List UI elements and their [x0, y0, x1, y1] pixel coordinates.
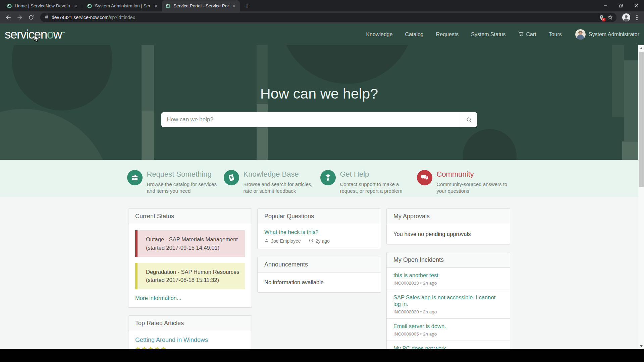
browser-profile-avatar[interactable]	[622, 13, 631, 22]
question-age: 2y ago	[316, 238, 330, 244]
feature-title: Community	[437, 170, 512, 179]
tab-system-administration[interactable]: System Administration | ServiceN ×	[84, 0, 161, 11]
hero-section: How can we help?	[0, 45, 638, 160]
incident-row: SAP Sales app is not accessible. I canno…	[387, 290, 510, 318]
tab-separator	[82, 3, 82, 9]
back-button[interactable]	[3, 12, 13, 22]
briefcase-icon	[127, 170, 143, 185]
feature-band: Request Something Browse the catalog for…	[0, 160, 638, 197]
scrollbar-thumb[interactable]	[639, 52, 644, 187]
incident-row: Email server is down. INC0009005 • 2h ag…	[387, 318, 510, 341]
incident-link[interactable]: SAP Sales app is not accessible. I canno…	[393, 294, 503, 307]
card-header: My Open Incidents	[387, 252, 510, 268]
question-link[interactable]: What the heck is this?	[264, 229, 318, 235]
browser-menu-button[interactable]	[633, 13, 641, 22]
feature-title: Knowledge Base	[244, 170, 318, 179]
status-alert-degradation: Degradation - SAP Human Resources (start…	[135, 263, 245, 290]
location-blocked-icon[interactable]: ×	[597, 13, 606, 22]
article-link[interactable]: Getting Around in Windows	[135, 337, 208, 344]
empty-message: No information available	[264, 279, 324, 285]
incident-meta: INC0002020 • 2h ago	[393, 309, 503, 314]
person-icon	[320, 170, 336, 185]
nav-catalog[interactable]: Catalog	[405, 32, 424, 38]
search-input[interactable]	[161, 112, 461, 127]
nav-knowledge[interactable]: Knowledge	[366, 32, 392, 38]
card-header: Current Status	[128, 209, 252, 224]
tab-close-icon[interactable]: ×	[73, 3, 78, 9]
nav-tours[interactable]: Tours	[549, 32, 562, 38]
portal-content: Current Status Outage - SAP Materials Ma…	[0, 197, 638, 349]
url-host: dev74321.service-now.com	[52, 15, 109, 20]
middle-column: Popular Questions What the heck is this?…	[257, 208, 381, 300]
feature-title: Get Help	[340, 170, 415, 179]
tab-close-icon[interactable]: ×	[153, 3, 159, 9]
feature-knowledge-base[interactable]: Knowledge Base Browse and search for art…	[224, 170, 318, 197]
feature-description: Contact support to make a request, or re…	[340, 181, 415, 194]
servicenow-favicon-icon	[87, 3, 92, 9]
my-open-incidents-card: My Open Incidents this is another test I…	[386, 252, 510, 362]
servicenow-favicon-icon	[7, 3, 12, 9]
hero-decoration	[280, 45, 414, 84]
incident-meta: INC0002013 • 2h ago	[393, 281, 503, 286]
blocked-badge: ×	[602, 18, 605, 21]
hero-decoration	[142, 111, 154, 160]
forward-button[interactable]	[15, 12, 25, 22]
nav-requests[interactable]: Requests	[436, 32, 459, 38]
bookmark-star-icon[interactable]	[606, 13, 614, 22]
scrollbar-down-arrow[interactable]	[638, 343, 644, 349]
nav-cart[interactable]: Cart	[518, 31, 536, 38]
reload-button[interactable]	[26, 12, 36, 22]
tab-title: Service Portal - Service Portal	[173, 3, 229, 8]
feature-get-help[interactable]: Get Help Contact support to make a reque…	[320, 170, 415, 197]
url-bar[interactable]: dev74321.service-now.com/sp?id=index ×	[40, 13, 616, 22]
incident-meta: INC0009005 • 2h ago	[393, 331, 503, 337]
feature-description: Community-sourced answers to your questi…	[437, 181, 512, 194]
card-header: Top Rated Articles	[128, 316, 252, 331]
page-scrollbar	[638, 45, 644, 349]
portal-nav: Knowledge Catalog Requests System Status…	[366, 29, 639, 40]
chat-icon	[417, 170, 432, 185]
feature-description: Browse the catalog for services and item…	[147, 181, 222, 194]
portal-header: servicenow™ Knowledge Catalog Requests S…	[0, 23, 644, 45]
feature-request-something[interactable]: Request Something Browse the catalog for…	[127, 170, 222, 197]
user-menu[interactable]: System Administrator	[575, 29, 639, 40]
status-alert-outage: Outage - SAP Materials Management (start…	[135, 230, 245, 257]
window-close-button[interactable]	[629, 0, 644, 11]
nav-system-status[interactable]: System Status	[471, 32, 505, 38]
card-header: My Approvals	[387, 209, 510, 224]
trademark-symbol: ™	[62, 31, 65, 35]
tab-close-icon[interactable]: ×	[231, 3, 237, 9]
incident-link[interactable]: Email server is down.	[393, 323, 503, 329]
left-column: Current Status Outage - SAP Materials Ma…	[128, 208, 252, 362]
browser-toolbar: dev74321.service-now.com/sp?id=index ×	[0, 11, 644, 23]
hero-decoration	[0, 109, 111, 160]
feature-description: Browse and search for articles, rate or …	[244, 181, 318, 194]
more-information-link[interactable]: More information...	[135, 295, 181, 301]
window-minimize-button[interactable]	[598, 0, 613, 11]
hero-title: How can we help?	[0, 85, 638, 102]
hero-decoration	[622, 141, 638, 160]
incident-row: this is another test INC0002013 • 2h ago	[387, 268, 510, 290]
tab-title: Home | ServiceNow Developers	[15, 3, 70, 8]
hero-decoration	[612, 45, 624, 117]
bottom-black-bar	[0, 349, 644, 362]
user-name: System Administrator	[589, 32, 639, 38]
servicenow-logo[interactable]: servicenow™	[5, 27, 65, 42]
url-path: /sp?id=index	[109, 15, 135, 20]
tab-title: System Administration | ServiceN	[95, 3, 150, 8]
browser-tab-strip: Home | ServiceNow Developers × System Ad…	[0, 0, 644, 11]
window-restore-button[interactable]	[613, 0, 629, 11]
scrollbar-up-arrow[interactable]	[638, 45, 644, 51]
card-header: Popular Questions	[258, 209, 381, 224]
incident-link[interactable]: this is another test	[393, 272, 503, 279]
feature-title: Request Something	[147, 170, 222, 179]
right-column: My Approvals You have no pending approva…	[386, 208, 510, 362]
clock-icon	[309, 238, 313, 244]
search-bar	[161, 112, 477, 127]
search-button[interactable]	[461, 112, 477, 127]
popular-questions-card: Popular Questions What the heck is this?…	[257, 208, 381, 249]
feature-community[interactable]: Community Community-sourced answers to y…	[417, 170, 512, 197]
tab-servicenow-developers[interactable]: Home | ServiceNow Developers ×	[3, 0, 81, 11]
new-tab-button[interactable]: +	[243, 1, 252, 10]
tab-service-portal[interactable]: Service Portal - Service Portal ×	[162, 0, 240, 11]
